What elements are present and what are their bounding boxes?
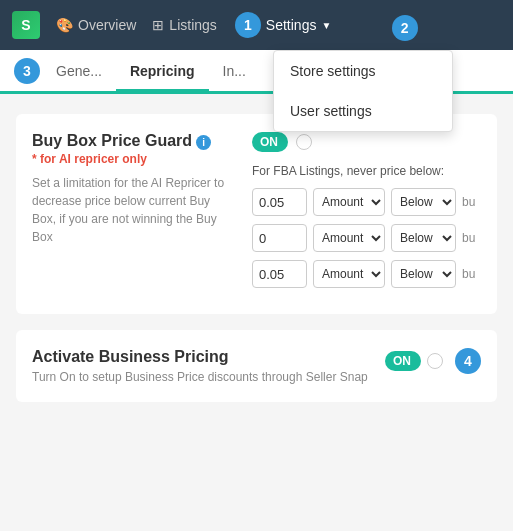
below-select-1[interactable]: Below Above [391,188,456,216]
buy-box-toggle-row: ON [252,132,481,152]
listings-icon: ⊞ [152,17,164,33]
business-pricing-section: Activate Business Pricing Turn On to set… [16,330,497,402]
buy-box-title: Buy Box Price Guard [32,132,192,150]
amount-select-2[interactable]: Amount Percent [313,224,385,252]
toggle-on-label: ON [260,135,278,149]
price-input-1[interactable] [252,188,307,216]
price-row-1: Amount Percent Below Above bu [252,188,481,216]
business-toggle-area: ON 4 [385,348,481,374]
info-icon[interactable]: i [196,135,211,150]
user-settings-item[interactable]: User settings [274,91,392,131]
below-select-2[interactable]: Below Above [391,224,456,252]
overview-icon: 🎨 [56,17,73,33]
buy-box-description: Set a limitation for the AI Repricer to … [32,174,232,246]
buy-box-toggle-on[interactable]: ON [252,132,288,152]
tab-inventory[interactable]: In... [209,53,260,92]
buy-box-section: Buy Box Price Guard i * for AI repricer … [16,114,497,314]
amount-select-3[interactable]: Amount Percent [313,260,385,288]
row-suffix-3: bu [462,267,475,281]
nav-listings[interactable]: ⊞ Listings [152,17,216,33]
business-toggle-circle [427,353,443,369]
below-select-3[interactable]: Below Above [391,260,456,288]
price-row-3: Amount Percent Below Above bu [252,260,481,288]
row-suffix-1: bu [462,195,475,209]
price-row-2: Amount Percent Below Above bu [252,224,481,252]
store-settings-item[interactable]: Store settings [274,51,392,91]
amount-select-1[interactable]: Amount Percent [313,188,385,216]
business-pricing-title: Activate Business Pricing [32,348,368,366]
fba-label: For FBA Listings, never price below: [252,164,481,178]
chevron-down-icon: ▼ [321,20,331,31]
step-badge-3: 3 [14,58,40,84]
row-suffix-2: bu [462,231,475,245]
price-input-2[interactable] [252,224,307,252]
page-content: Buy Box Price Guard i * for AI repricer … [0,94,513,438]
business-toggle-on[interactable]: ON [385,351,421,371]
toggle-circle [296,134,312,150]
step-badge-2: 2 [392,15,418,41]
price-input-3[interactable] [252,260,307,288]
navbar: S 🎨 Overview ⊞ Listings 1 Settings ▼ [0,0,513,50]
business-toggle-label: ON [393,354,411,368]
settings-dropdown: Store settings User settings 2 [273,50,453,132]
step-badge-4: 4 [455,348,481,374]
buy-box-subtitle: * for AI repricer only [32,152,232,166]
step-badge-1: 1 [235,12,261,38]
nav-settings[interactable]: 1 Settings ▼ [233,12,332,38]
tab-general[interactable]: Gene... [42,53,116,92]
app-logo: S [12,11,40,39]
business-pricing-description: Turn On to setup Business Price discount… [32,370,368,384]
nav-overview[interactable]: 🎨 Overview [56,17,136,33]
tab-repricing[interactable]: Repricing [116,53,209,92]
